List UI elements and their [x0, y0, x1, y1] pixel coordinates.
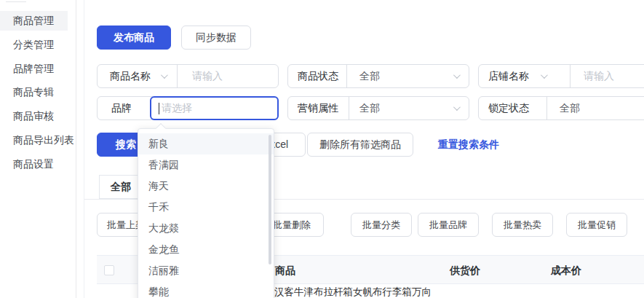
product-management-page: 商品管理 分类管理 品牌管理 商品专辑 商品审核 商品导出列表 商品设置 发布商… [0, 0, 644, 298]
sidebar-item-category-management[interactable]: 分类管理 [0, 35, 68, 55]
product-name-placeholder: 请输入 [192, 70, 223, 83]
lock-status-filter: 锁定状态 全部 [478, 96, 644, 120]
delete-filtered-button[interactable]: 删除所有筛选商品 [307, 133, 413, 157]
brand-filter: 品牌 请选择 [97, 96, 279, 120]
batch-hot-sale-button[interactable]: 批量热卖 [492, 213, 553, 237]
lock-status-label-text: 锁定状态 [488, 102, 529, 115]
dropdown-option-panneng[interactable]: 攀能 [138, 281, 274, 298]
content-left-border [84, 0, 84, 298]
brand-label-text: 品牌 [111, 102, 132, 115]
chevron-down-icon [453, 103, 461, 111]
sidebar-divider [6, 1, 26, 2]
lock-status-select[interactable]: 全部 [547, 97, 644, 119]
sync-data-button[interactable]: 同步数据 [181, 26, 251, 50]
lock-status-label: 锁定状态 [479, 97, 546, 119]
brand-label: 品牌 [98, 97, 150, 119]
brand-placeholder: 请选择 [162, 102, 192, 115]
publish-product-button[interactable]: 发布商品 [97, 26, 171, 50]
shop-name-label: 店铺名称 [488, 70, 529, 83]
text-cursor [159, 103, 159, 114]
shop-name-placeholder: 请输入 [584, 70, 614, 83]
shop-name-field-select[interactable]: 店铺名称 [479, 65, 570, 87]
marketing-attr-label-text: 营销属性 [298, 102, 338, 115]
product-name-input[interactable]: 请输入 [178, 65, 278, 87]
dropdown-option-haitian[interactable]: 海天 [138, 176, 274, 197]
dropdown-option-qianhe[interactable]: 千禾 [138, 197, 274, 218]
reset-search-link[interactable]: 重置搜索条件 [438, 133, 499, 157]
sidebar-item-product-settings[interactable]: 商品设置 [0, 154, 68, 174]
column-header-cost-price: 成本价 [551, 256, 581, 285]
product-status-select[interactable]: 全部 [347, 65, 469, 87]
brand-dropdown-menu: 新良 香满园 海天 千禾 大龙燚 金龙鱼 洁丽雅 攀能 [138, 128, 274, 298]
table-row-product-title[interactable]: 汉客牛津布拉杆箱女帆布行李箱万向 [274, 284, 432, 298]
dropdown-arrow [156, 123, 166, 133]
product-status-value: 全部 [359, 70, 380, 83]
sidebar-item-product-management[interactable]: 商品管理 [0, 11, 68, 31]
batch-brand-button[interactable]: 批量品牌 [418, 213, 479, 237]
batch-category-button[interactable]: 批量分类 [351, 213, 412, 237]
marketing-attr-filter: 营销属性 全部 [287, 96, 469, 120]
product-status-label: 商品状态 [288, 65, 346, 87]
shop-name-filter: 店铺名称 请输入 [478, 64, 644, 88]
sidebar-item-product-album[interactable]: 商品专辑 [0, 82, 68, 102]
dropdown-option-xiangmanyuan[interactable]: 香满园 [138, 154, 274, 176]
tab-all[interactable]: 全部 [99, 175, 143, 199]
select-all-checkbox[interactable] [104, 265, 114, 275]
batch-promo-button[interactable]: 批量促销 [566, 213, 627, 237]
sidebar-item-brand-management[interactable]: 品牌管理 [0, 59, 68, 79]
column-header-supply-price: 供货价 [450, 256, 480, 285]
product-status-filter: 商品状态 全部 [287, 64, 469, 88]
chevron-down-icon [541, 71, 548, 79]
product-status-label-text: 商品状态 [298, 70, 338, 83]
chevron-down-icon [161, 71, 168, 79]
marketing-attr-value: 全部 [359, 102, 380, 115]
dropdown-option-jieliya[interactable]: 洁丽雅 [138, 260, 274, 281]
product-name-label: 商品名称 [110, 70, 151, 83]
sidebar: 商品管理 分类管理 品牌管理 商品专辑 商品审核 商品导出列表 商品设置 [0, 0, 76, 298]
marketing-attr-label: 营销属性 [288, 97, 349, 119]
dropdown-option-dalongyi[interactable]: 大龙燚 [138, 218, 274, 239]
dropdown-scrollbar[interactable] [269, 135, 271, 264]
brand-select-input[interactable]: 请选择 [150, 96, 279, 120]
marketing-attr-select[interactable]: 全部 [349, 97, 469, 119]
dropdown-option-jinlongyu[interactable]: 金龙鱼 [138, 239, 274, 260]
chevron-down-icon [453, 71, 461, 79]
shop-name-input[interactable]: 请输入 [571, 65, 644, 87]
product-name-filter: 商品名称 请输入 [97, 64, 279, 88]
column-header-product: 商品 [275, 256, 295, 285]
sidebar-item-product-review[interactable]: 商品审核 [0, 106, 68, 126]
product-name-field-select[interactable]: 商品名称 [98, 65, 177, 87]
sidebar-item-product-export-list[interactable]: 商品导出列表 [0, 130, 68, 150]
dropdown-option-xinliang[interactable]: 新良 [138, 133, 274, 154]
lock-status-value: 全部 [560, 102, 580, 115]
